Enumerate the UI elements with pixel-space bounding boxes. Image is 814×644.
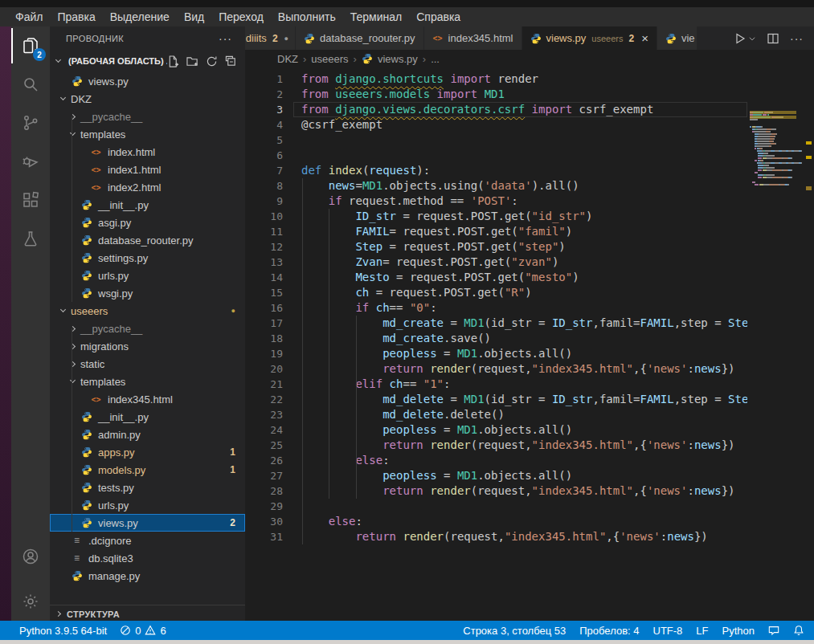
tree-item-index-html[interactable]: <>index.html bbox=[50, 143, 245, 161]
encoding-status[interactable]: UTF-8 bbox=[653, 625, 683, 637]
tree-item-admin-py[interactable]: admin.py bbox=[50, 426, 245, 443]
tab-views-py[interactable]: views.pyuseeers2× bbox=[522, 26, 657, 50]
tree-item-label: __pycache__ bbox=[80, 111, 142, 123]
tree-item-index1-html[interactable]: <>index1.html bbox=[50, 161, 245, 178]
tree-item--init-py[interactable]: __init__.py bbox=[50, 196, 245, 214]
outline-section-header[interactable]: СТРУКТУРА bbox=[50, 605, 245, 621]
tree-item--pycache-[interactable]: __pycache__ bbox=[50, 320, 245, 337]
tab-index345-html[interactable]: <>index345.html bbox=[424, 26, 522, 50]
menu-item-2[interactable]: Выделение bbox=[103, 9, 177, 25]
python-icon bbox=[71, 570, 83, 581]
new-file-icon[interactable] bbox=[167, 55, 179, 67]
source-control-icon[interactable] bbox=[11, 104, 50, 142]
line-number: 14 bbox=[245, 270, 283, 285]
menu-item-7[interactable]: Справка bbox=[409, 9, 468, 25]
minimap-line bbox=[750, 177, 802, 178]
menu-item-4[interactable]: Переход bbox=[211, 9, 271, 25]
tree-item-manage-py[interactable]: manage.py bbox=[50, 567, 245, 585]
menu-item-0[interactable]: Файл bbox=[8, 9, 50, 25]
menu-item-1[interactable]: Правка bbox=[50, 9, 102, 25]
tree-item--pycache-[interactable]: __pycache__ bbox=[50, 108, 245, 125]
code-text: Step = request.POST.get("step") bbox=[283, 239, 566, 255]
tree-item-useeers[interactable]: useeers● bbox=[50, 302, 245, 320]
collapse-all-icon[interactable] bbox=[225, 55, 237, 67]
split-editor-icon[interactable] bbox=[767, 32, 779, 45]
tree-item-templates[interactable]: templates bbox=[50, 125, 245, 143]
code-editor[interactable]: 1from django.shortcuts import render2fro… bbox=[245, 67, 814, 621]
chevron-down-icon[interactable] bbox=[748, 35, 756, 43]
editor-area: diiits2●database_roouter.py<>index345.ht… bbox=[245, 26, 814, 621]
cursor-position-status[interactable]: Строка 3, столбец 53 bbox=[463, 625, 566, 637]
minimap[interactable] bbox=[747, 108, 804, 621]
tree-item-models-py[interactable]: models.py1 bbox=[50, 461, 245, 479]
tree-item-urls-py[interactable]: urls.py bbox=[50, 267, 245, 284]
breadcrumb-item-1[interactable]: useeers bbox=[311, 53, 348, 65]
breadcrumb-item-2[interactable]: views.py bbox=[378, 53, 418, 65]
feedback-icon[interactable] bbox=[768, 625, 779, 636]
tree-item-db-sqlite3[interactable]: ≡db.sqlite3 bbox=[50, 549, 245, 567]
breadcrumb-item-0[interactable]: DKZ bbox=[277, 53, 298, 65]
tree-item-apps-py[interactable]: apps.py1 bbox=[50, 443, 245, 461]
tree-item-views-py[interactable]: views.py2 bbox=[50, 514, 245, 532]
settings-icon[interactable] bbox=[11, 582, 50, 621]
breadcrumb[interactable]: DKZ›useeers›views.py›... bbox=[245, 50, 814, 67]
tab-diiits[interactable]: diiits2● bbox=[245, 26, 296, 50]
account-icon[interactable] bbox=[11, 537, 50, 576]
tree-item-index2-html[interactable]: <>index2.html bbox=[50, 178, 245, 196]
new-folder-icon[interactable] bbox=[186, 55, 198, 67]
menu-item-6[interactable]: Терминал bbox=[343, 9, 409, 25]
tree-item-asgi-py[interactable]: asgi.py bbox=[50, 214, 245, 231]
minimap-line bbox=[750, 155, 802, 157]
notifications-bell-icon[interactable] bbox=[793, 625, 804, 636]
run-python-file-button[interactable] bbox=[734, 32, 756, 45]
menu-item-3[interactable]: Вид bbox=[177, 9, 211, 25]
code-text: if ch== "0": bbox=[283, 300, 437, 316]
extensions-icon[interactable] bbox=[11, 181, 50, 219]
python-icon bbox=[80, 499, 92, 511]
tree-item-index345-html[interactable]: <>index345.html bbox=[50, 390, 245, 408]
code-text: @csrf_exempt bbox=[283, 117, 382, 132]
language-mode-status[interactable]: Python bbox=[722, 625, 755, 637]
python-icon bbox=[80, 234, 92, 246]
tree-item--init-py[interactable]: __init__.py bbox=[50, 408, 245, 426]
indentation-status[interactable]: Пробелов: 4 bbox=[579, 625, 639, 637]
more-actions-icon[interactable]: ··· bbox=[790, 32, 804, 45]
code-text: return render(request,"index345.html",{'… bbox=[283, 361, 735, 377]
tree-item-label: index2.html bbox=[108, 181, 161, 194]
tree-item-database-roouter-py[interactable]: database_roouter.py bbox=[50, 231, 245, 249]
tree-item-urls-py[interactable]: urls.py bbox=[50, 496, 245, 514]
menu-item-5[interactable]: Выполнить bbox=[271, 9, 343, 25]
tree-item-label: templates bbox=[80, 376, 125, 388]
tree-item-settings-py[interactable]: settings.py bbox=[50, 249, 245, 267]
python-icon bbox=[80, 252, 92, 263]
tree-item-label: migrations bbox=[80, 340, 129, 353]
code-line: 26 else: bbox=[245, 453, 814, 468]
breadcrumb-separator: › bbox=[303, 53, 306, 65]
close-icon[interactable]: × bbox=[641, 32, 648, 44]
search-icon[interactable] bbox=[11, 65, 50, 104]
tree-item-tests-py[interactable]: tests.py bbox=[50, 479, 245, 496]
breadcrumb-item-3[interactable]: ... bbox=[431, 53, 440, 65]
minimap-line bbox=[750, 121, 802, 123]
line-number: 3 bbox=[245, 102, 283, 117]
tree-item-dkz[interactable]: DKZ bbox=[50, 90, 245, 108]
tab-vie[interactable]: vie bbox=[657, 26, 697, 50]
run-debug-icon[interactable] bbox=[11, 142, 50, 181]
tree-item-templates[interactable]: templates bbox=[50, 373, 245, 390]
minimap-line bbox=[750, 169, 802, 171]
dirty-dot-icon: ● bbox=[284, 35, 288, 43]
eol-status[interactable]: LF bbox=[696, 625, 708, 637]
refresh-icon[interactable] bbox=[206, 55, 218, 67]
tree-item-wsgi-py[interactable]: wsgi.py bbox=[50, 284, 245, 302]
tree-item-views-py[interactable]: views.py bbox=[50, 72, 245, 90]
problems-status[interactable]: 0 6 bbox=[120, 625, 166, 637]
tab-database-roouter-py[interactable]: database_roouter.py bbox=[296, 26, 424, 50]
tree-item--dcignore[interactable]: ≡.dcignore bbox=[50, 532, 245, 549]
sidebar-more-actions-button[interactable]: ··· bbox=[219, 32, 232, 45]
testing-icon[interactable] bbox=[11, 219, 50, 258]
tree-item-static[interactable]: static bbox=[50, 355, 245, 373]
python-interpreter-status[interactable]: Python 3.9.5 64-bit bbox=[19, 625, 107, 637]
workspace-section-header[interactable]: (РАБОЧАЯ ОБЛАСТЬ) ... bbox=[50, 51, 245, 71]
explorer-icon[interactable]: 2 bbox=[11, 26, 50, 65]
tree-item-migrations[interactable]: migrations bbox=[50, 337, 245, 355]
